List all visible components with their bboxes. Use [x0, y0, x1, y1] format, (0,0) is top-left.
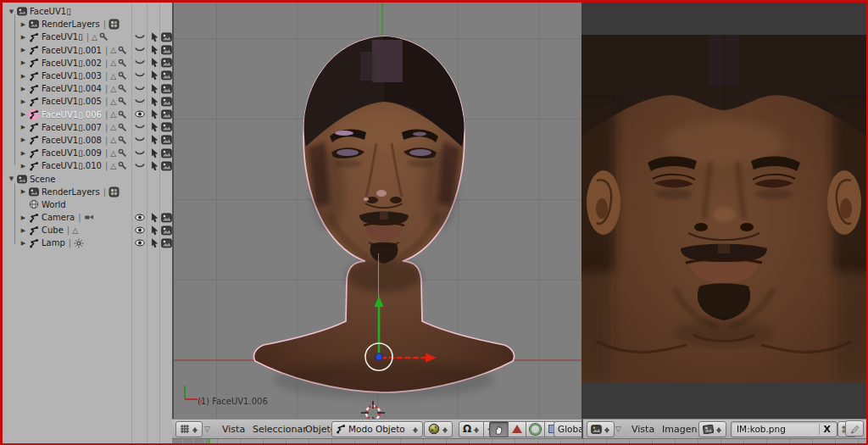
expand-arrow-icon[interactable]: ▶	[19, 240, 28, 247]
expand-arrow-icon[interactable]: ▶	[19, 98, 28, 105]
modifier-wrench-icon[interactable]	[118, 97, 127, 106]
modifier-wrench-icon[interactable]	[118, 71, 127, 81]
eye-closed-icon[interactable]	[135, 161, 145, 170]
eye-closed-icon[interactable]	[135, 84, 145, 93]
render-visibility-icon[interactable]	[161, 58, 172, 68]
uv-texture-image[interactable]	[581, 35, 866, 383]
expand-arrow-icon[interactable]: ▶	[19, 124, 28, 131]
render-visibility-icon[interactable]	[161, 45, 172, 55]
modifier-wrench-icon[interactable]	[118, 84, 127, 93]
outliner-row[interactable]: ▼ FaceUV1▯ | △	[3, 5, 172, 18]
render-visibility-icon[interactable]	[161, 84, 172, 94]
renderlayer-toggle-icon[interactable]	[108, 186, 120, 197]
cursor-arrow-icon[interactable]	[149, 97, 159, 107]
cursor-arrow-icon[interactable]	[149, 84, 159, 94]
modifier-wrench-icon[interactable]	[118, 123, 127, 132]
modifier-wrench-icon[interactable]	[118, 110, 127, 120]
expand-arrow-icon[interactable]: ▶	[19, 227, 28, 234]
timeline-strip[interactable]	[172, 438, 866, 444]
rotate-manipulator-button[interactable]	[526, 421, 545, 437]
menu-vista[interactable]: Vista	[630, 420, 656, 438]
eye-open-icon[interactable]	[135, 109, 145, 119]
eye-closed-icon[interactable]	[135, 97, 145, 106]
cursor-arrow-icon[interactable]	[149, 58, 159, 68]
mesh-data-icon[interactable]: △	[110, 85, 116, 93]
outliner-row[interactable]: World | △	[3, 198, 172, 211]
pivot-point-dropdown[interactable]: Ω	[459, 421, 484, 437]
outliner-row[interactable]: ▶ Cube | △	[3, 224, 172, 236]
eye-open-icon[interactable]	[135, 238, 145, 248]
translate-manipulator-button[interactable]	[508, 421, 526, 437]
expand-arrow-icon[interactable]: ▶	[19, 86, 28, 92]
mode-dropdown[interactable]: Modo Objeto	[331, 421, 423, 437]
editor-type-button[interactable]	[175, 421, 203, 437]
outliner-row[interactable]: ▶ FaceUV1▯.007 | △	[3, 121, 172, 134]
mesh-data-icon[interactable]: △	[110, 97, 116, 106]
render-visibility-icon[interactable]	[161, 122, 172, 132]
expand-arrow-icon[interactable]: ▶	[19, 136, 28, 143]
expand-arrow-icon[interactable]: ▼	[7, 8, 16, 15]
mesh-data-icon[interactable]: △	[110, 58, 116, 67]
outliner-row[interactable]: ▶ FaceUV1▯.002 | △	[3, 57, 172, 70]
mesh-data-icon[interactable]: △	[92, 33, 97, 42]
render-visibility-icon[interactable]	[161, 161, 172, 171]
render-visibility-icon[interactable]	[161, 148, 172, 159]
renderlayer-toggle-icon[interactable]	[108, 19, 120, 30]
mesh-data-icon[interactable]: △	[110, 72, 116, 81]
render-visibility-icon[interactable]	[161, 109, 172, 120]
cursor-arrow-icon[interactable]	[149, 32, 159, 42]
mesh-data-icon[interactable]: △	[110, 136, 116, 144]
manipulator-toggle-button[interactable]	[489, 421, 509, 437]
eye-closed-icon[interactable]	[135, 45, 145, 54]
current-frame-marker[interactable]	[209, 439, 210, 444]
outliner-row[interactable]: ▶ FaceUV1▯.008 | △	[3, 134, 172, 147]
mesh-data-icon[interactable]: △	[110, 123, 116, 131]
image-name-field[interactable]: IM:kob.png X	[731, 421, 837, 437]
outliner-row[interactable]: ▶ FaceUV1▯.010 | △	[3, 159, 172, 172]
cursor-arrow-icon[interactable]	[149, 45, 159, 55]
expand-arrow-icon[interactable]: ▶	[19, 34, 28, 41]
outliner-row[interactable]: ▶ FaceUV1▯.006 | △	[3, 108, 172, 121]
browse-image-button[interactable]	[698, 421, 726, 437]
cursor-arrow-icon[interactable]	[149, 148, 159, 159]
cursor-arrow-icon[interactable]	[149, 213, 159, 223]
render-visibility-icon[interactable]	[161, 32, 172, 42]
mesh-data-icon[interactable]: △	[72, 226, 78, 235]
outliner-row[interactable]: ▶ FaceUV1▯.004 | △	[3, 82, 172, 95]
menu-seleccionar[interactable]: Seleccionar	[251, 420, 309, 438]
cursor-arrow-icon[interactable]	[149, 122, 159, 132]
eye-closed-icon[interactable]	[135, 70, 145, 80]
outliner-row[interactable]: ▶ FaceUV1▯.003 | △	[3, 70, 172, 82]
cursor-arrow-icon[interactable]	[149, 238, 159, 248]
eye-closed-icon[interactable]	[135, 58, 145, 67]
expand-arrow-icon[interactable]: ▶	[19, 59, 28, 66]
camera-data-icon[interactable]	[84, 213, 94, 222]
eye-open-icon[interactable]	[135, 213, 145, 222]
outliner-row[interactable]: ▶ RenderLayers | △	[3, 18, 172, 31]
modifier-wrench-icon[interactable]	[118, 148, 127, 158]
header-collapse-icon[interactable]: ▽	[615, 420, 621, 438]
render-visibility-icon[interactable]	[161, 70, 172, 81]
outliner-row[interactable]: ▶ FaceUV1▯.005 | △	[3, 95, 172, 108]
outliner-row[interactable]: ▶ FaceUV1▯ | △	[3, 31, 172, 43]
eye-closed-icon[interactable]	[135, 32, 145, 42]
header-collapse-icon[interactable]: ▽	[204, 420, 210, 438]
expand-arrow-icon[interactable]: ▶	[19, 21, 28, 28]
menu-vista[interactable]: Vista	[220, 420, 247, 438]
outliner-row[interactable]: ▼ Scene | △	[3, 172, 172, 185]
eye-closed-icon[interactable]	[135, 148, 145, 158]
outliner-row[interactable]: ▶ FaceUV1▯.009 | △	[3, 147, 172, 159]
cursor-arrow-icon[interactable]	[149, 135, 159, 145]
mesh-data-icon[interactable]: △	[110, 162, 116, 170]
cursor-arrow-icon[interactable]	[149, 225, 159, 236]
expand-arrow-icon[interactable]: ▼	[7, 175, 16, 182]
eye-open-icon[interactable]	[135, 225, 145, 235]
cursor-arrow-icon[interactable]	[149, 70, 159, 81]
expand-arrow-icon[interactable]: ▶	[19, 150, 28, 157]
modifier-wrench-icon[interactable]	[118, 161, 127, 170]
mesh-data-icon[interactable]: △	[110, 46, 116, 54]
expand-arrow-icon[interactable]: ▶	[19, 73, 28, 80]
expand-arrow-icon[interactable]: ▶	[19, 188, 28, 195]
uv-image-editor[interactable]	[581, 3, 866, 419]
render-visibility-icon[interactable]	[161, 135, 172, 145]
